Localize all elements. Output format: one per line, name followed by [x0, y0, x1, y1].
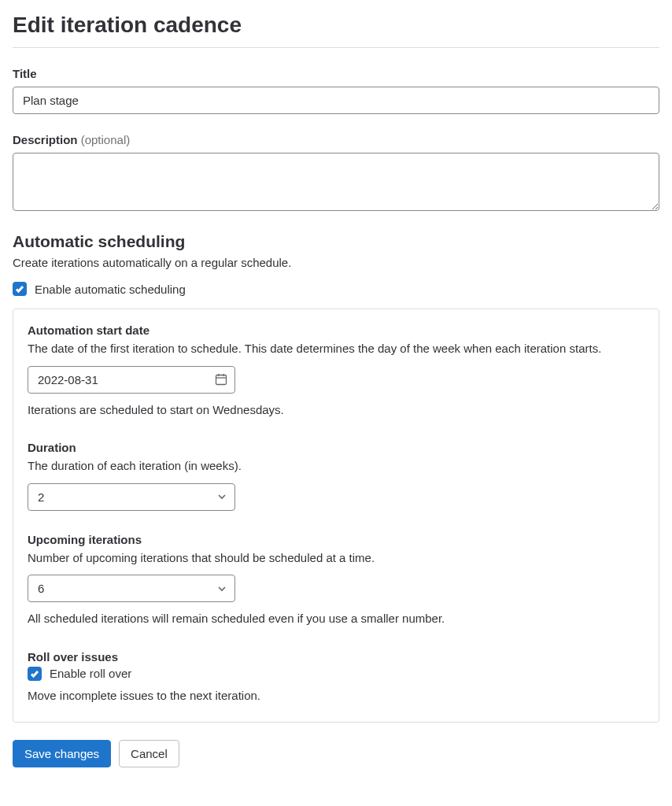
- duration-help: The duration of each iteration (in weeks…: [28, 457, 644, 475]
- enable-scheduling-checkbox[interactable]: [13, 282, 27, 296]
- enable-rollover-checkbox[interactable]: [28, 667, 42, 681]
- start-date-label: Automation start date: [28, 324, 644, 337]
- start-date-input-wrap: [28, 366, 235, 394]
- actions-row: Save changes Cancel: [13, 740, 659, 767]
- enable-scheduling-label[interactable]: Enable automatic scheduling: [35, 283, 186, 296]
- duration-group: Duration The duration of each iteration …: [28, 441, 644, 511]
- upcoming-label: Upcoming iterations: [28, 533, 644, 546]
- upcoming-select-wrap: 6: [28, 575, 235, 602]
- scheduling-heading: Automatic scheduling: [13, 232, 659, 251]
- scheduling-description: Create iterations automatically on a reg…: [13, 256, 659, 269]
- description-optional: (optional): [81, 133, 131, 146]
- enable-rollover-label[interactable]: Enable roll over: [50, 667, 131, 680]
- rollover-help: Move incomplete issues to the next itera…: [28, 687, 644, 705]
- title-label: Title: [13, 67, 659, 80]
- start-date-group: Automation start date The date of the fi…: [28, 324, 644, 419]
- description-label-text: Description: [13, 133, 78, 146]
- page-title: Edit iteration cadence: [13, 13, 659, 38]
- cancel-button[interactable]: Cancel: [119, 740, 179, 767]
- upcoming-below: All scheduled iterations will remain sch…: [28, 610, 644, 628]
- duration-select-wrap: 2: [28, 483, 235, 511]
- enable-rollover-row: Enable roll over: [28, 667, 644, 681]
- title-field-group: Title: [13, 67, 659, 114]
- start-date-help: The date of the first iteration to sched…: [28, 340, 644, 358]
- description-field-group: Description (optional): [13, 133, 659, 213]
- upcoming-select[interactable]: 6: [28, 575, 235, 602]
- description-input[interactable]: [13, 153, 659, 211]
- check-icon: [15, 284, 24, 294]
- save-button[interactable]: Save changes: [13, 740, 111, 767]
- start-date-below: Iterations are scheduled to start on Wed…: [28, 401, 644, 420]
- upcoming-group: Upcoming iterations Number of upcoming i…: [28, 533, 644, 628]
- rollover-label: Roll over issues: [28, 650, 644, 664]
- duration-label: Duration: [28, 441, 644, 454]
- description-label: Description (optional): [13, 133, 659, 146]
- rollover-group: Roll over issues Enable roll over Move i…: [28, 650, 644, 705]
- scheduling-panel: Automation start date The date of the fi…: [13, 309, 659, 723]
- duration-select[interactable]: 2: [28, 483, 235, 511]
- upcoming-help: Number of upcoming iterations that shoul…: [28, 549, 644, 568]
- enable-scheduling-row: Enable automatic scheduling: [13, 282, 659, 296]
- check-icon: [30, 669, 39, 678]
- start-date-input[interactable]: [28, 366, 235, 394]
- title-input[interactable]: [13, 87, 659, 114]
- divider: [13, 47, 659, 48]
